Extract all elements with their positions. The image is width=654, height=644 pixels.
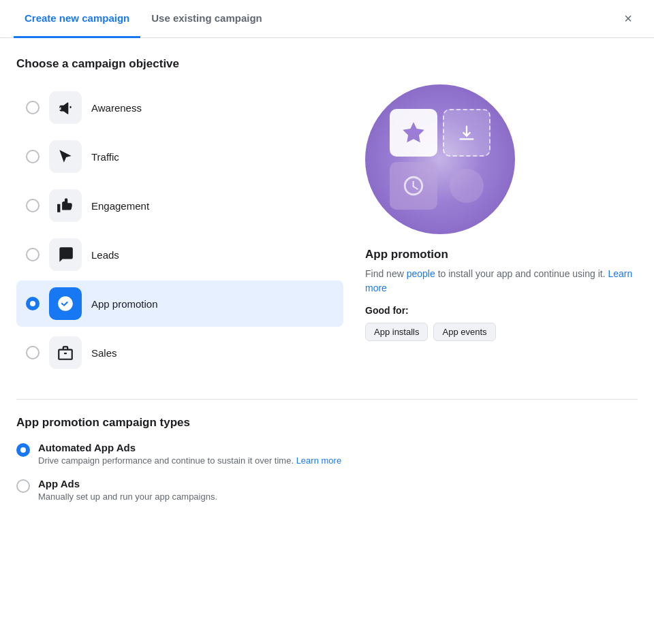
close-button[interactable]: × (616, 7, 640, 31)
radio-sales (26, 346, 40, 359)
awareness-label: Awareness (91, 102, 142, 114)
radio-app-ads (16, 479, 30, 493)
thumbsup-icon (57, 197, 74, 214)
good-for-label: Good for: (365, 305, 409, 316)
tab-create-campaign[interactable]: Create new campaign (14, 0, 140, 38)
objectives-column: Awareness Traffic (16, 84, 343, 379)
preview-dashed-card (443, 109, 490, 157)
content-columns: Awareness Traffic (16, 84, 638, 379)
cursor-icon (57, 148, 74, 165)
type-option-app-ads[interactable]: App Ads Manually set up and run your app… (16, 478, 638, 503)
people-link[interactable]: people (407, 268, 435, 279)
awareness-icon-box (49, 91, 82, 124)
engagement-label: Engagement (91, 200, 149, 212)
app-icon (57, 295, 74, 312)
preview-illustration (365, 84, 515, 234)
detail-title: App promotion (365, 248, 448, 261)
preview-clock-card (390, 162, 437, 210)
radio-awareness (26, 101, 40, 114)
radio-traffic (26, 150, 40, 163)
svg-point-3 (67, 305, 69, 308)
detail-description: Find new people to install your app and … (365, 267, 638, 295)
tab-use-existing[interactable]: Use existing campaign (140, 0, 273, 38)
automated-app-ads-desc: Drive campaign performance and continue … (38, 455, 341, 467)
campaign-types-title: App promotion campaign types (16, 416, 638, 430)
campaign-modal: Create new campaign Use existing campaig… (0, 0, 654, 644)
app-ads-label: App Ads (38, 478, 217, 489)
preview-circle-dot (450, 169, 484, 203)
svg-point-0 (61, 300, 64, 302)
automated-learn-more-link[interactable]: Learn more (296, 455, 341, 466)
briefcase-icon (57, 344, 74, 361)
campaign-types-section: App promotion campaign types Automated A… (16, 399, 638, 503)
radio-engagement (26, 199, 40, 212)
svg-rect-4 (64, 353, 67, 354)
preview-circle-card (443, 162, 490, 210)
tag-app-events: App events (433, 323, 495, 341)
traffic-label: Traffic (91, 151, 119, 163)
engagement-icon-box (49, 189, 82, 222)
tag-app-installs: App installs (365, 323, 428, 341)
sales-icon-box (49, 336, 82, 369)
section-title: Choose a campaign objective (16, 57, 638, 71)
star-icon (401, 120, 426, 146)
tags-container: App installs App events (365, 323, 496, 341)
tab-header: Create new campaign Use existing campaig… (0, 0, 654, 38)
objective-engagement[interactable]: Engagement (16, 182, 343, 229)
clock-icon (402, 174, 425, 197)
main-content: Choose a campaign objective Awareness (0, 38, 654, 644)
radio-leads (26, 248, 40, 261)
objective-traffic[interactable]: Traffic (16, 133, 343, 180)
objective-awareness[interactable]: Awareness (16, 84, 343, 131)
app-promotion-label: App promotion (91, 298, 158, 310)
download-arrow-icon (457, 123, 476, 142)
chat-icon (57, 246, 74, 263)
radio-automated-app-ads (16, 443, 30, 457)
svg-point-2 (61, 305, 64, 308)
svg-point-1 (67, 300, 69, 302)
megaphone-icon (57, 99, 74, 116)
objective-app-promotion[interactable]: App promotion (16, 280, 343, 327)
radio-app-promotion (26, 297, 40, 310)
app-promotion-icon-box (49, 287, 82, 320)
detail-column: App promotion Find new people to install… (365, 84, 638, 379)
automated-app-ads-label: Automated App Ads (38, 442, 341, 453)
sales-label: Sales (91, 347, 117, 359)
objective-leads[interactable]: Leads (16, 231, 343, 278)
type-option-automated[interactable]: Automated App Ads Drive campaign perform… (16, 442, 638, 467)
app-ads-text: App Ads Manually set up and run your app… (38, 478, 217, 503)
automated-app-ads-text: Automated App Ads Drive campaign perform… (38, 442, 341, 467)
app-ads-desc: Manually set up and run your app campaig… (38, 491, 217, 503)
objective-sales[interactable]: Sales (16, 329, 343, 376)
preview-star-card (390, 109, 437, 157)
leads-label: Leads (91, 249, 119, 261)
leads-icon-box (49, 238, 82, 271)
traffic-icon-box (49, 140, 82, 173)
preview-grid (390, 109, 490, 210)
